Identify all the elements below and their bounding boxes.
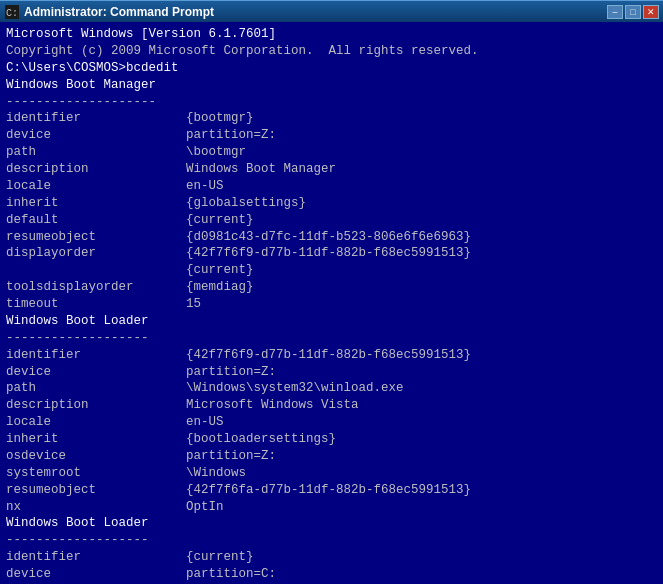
window-title: Administrator: Command Prompt (24, 5, 214, 19)
terminal-line: timeout 15 (6, 296, 657, 313)
terminal-line: -------------------- (6, 94, 657, 111)
terminal-line: osdevice partition=Z: (6, 448, 657, 465)
terminal-line: ------------------- (6, 330, 657, 347)
terminal-line: identifier {current} (6, 549, 657, 566)
title-bar-left: C: Administrator: Command Prompt (4, 4, 214, 20)
terminal-line: nx OptIn (6, 499, 657, 516)
terminal-line: C:\Users\COSMOS>bcdedit (6, 60, 657, 77)
terminal-line: inherit {globalsettings} (6, 195, 657, 212)
terminal-line: path \bootmgr (6, 144, 657, 161)
terminal-line: displayorder {42f7f6f9-d77b-11df-882b-f6… (6, 245, 657, 262)
terminal-line: Copyright (c) 2009 Microsoft Corporation… (6, 43, 657, 60)
terminal-line: identifier {42f7f6f9-d77b-11df-882b-f68e… (6, 347, 657, 364)
title-bar-buttons: – □ ✕ (607, 5, 659, 19)
terminal-line: ------------------- (6, 532, 657, 549)
svg-text:C:: C: (6, 8, 18, 19)
terminal[interactable]: Microsoft Windows [Version 6.1.7601]Copy… (0, 22, 663, 584)
terminal-line: Windows Boot Loader (6, 515, 657, 532)
terminal-line: {current} (6, 262, 657, 279)
terminal-line: description Windows Boot Manager (6, 161, 657, 178)
terminal-line: locale en-US (6, 178, 657, 195)
terminal-line: identifier {bootmgr} (6, 110, 657, 127)
cmd-icon: C: (4, 4, 20, 20)
title-bar: C: Administrator: Command Prompt – □ ✕ (0, 0, 663, 22)
terminal-line: device partition=Z: (6, 364, 657, 381)
terminal-line: Windows Boot Loader (6, 313, 657, 330)
close-button[interactable]: ✕ (643, 5, 659, 19)
terminal-line: device partition=Z: (6, 127, 657, 144)
maximize-button[interactable]: □ (625, 5, 641, 19)
terminal-line: description Microsoft Windows Vista (6, 397, 657, 414)
terminal-line: systemroot \Windows (6, 465, 657, 482)
terminal-line: inherit {bootloadersettings} (6, 431, 657, 448)
terminal-line: path \Windows\system32\winload.exe (6, 380, 657, 397)
minimize-button[interactable]: – (607, 5, 623, 19)
terminal-line: Windows Boot Manager (6, 77, 657, 94)
terminal-line: Microsoft Windows [Version 6.1.7601] (6, 26, 657, 43)
terminal-line: toolsdisplayorder {memdiag} (6, 279, 657, 296)
terminal-line: resumeobject {42f7f6fa-d77b-11df-882b-f6… (6, 482, 657, 499)
terminal-line: device partition=C: (6, 566, 657, 583)
terminal-line: resumeobject {d0981c43-d7fc-11df-b523-80… (6, 229, 657, 246)
terminal-line: locale en-US (6, 414, 657, 431)
terminal-line: default {current} (6, 212, 657, 229)
